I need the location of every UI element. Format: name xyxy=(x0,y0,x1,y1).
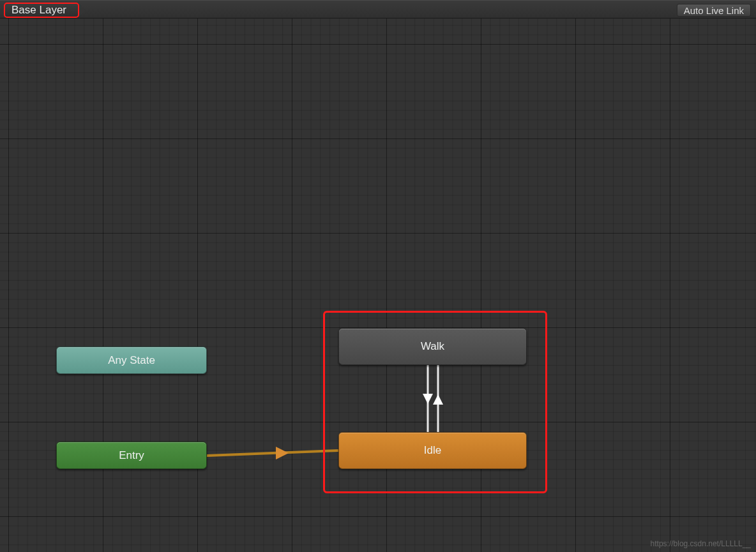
topbar: Base Layer Auto Live Link xyxy=(0,0,756,19)
svg-line-0 xyxy=(207,451,338,456)
state-label: Walk xyxy=(421,340,444,353)
state-label: Any State xyxy=(108,354,155,367)
chevron-right-icon xyxy=(79,4,86,17)
transition-idle-to-walk[interactable] xyxy=(433,365,443,432)
state-label: Idle xyxy=(424,444,441,457)
breadcrumb-base-layer[interactable]: Base Layer xyxy=(4,3,79,18)
animator-window: Base Layer Auto Live Link Any State xyxy=(0,0,756,552)
transition-walk-to-idle[interactable] xyxy=(423,365,433,432)
transition-entry-to-idle[interactable] xyxy=(207,447,338,459)
state-node-any-state[interactable]: Any State xyxy=(56,347,207,374)
svg-marker-1 xyxy=(276,447,289,459)
graph-canvas[interactable]: Any State Entry Walk Idle https://blog.c… xyxy=(0,19,756,552)
svg-marker-3 xyxy=(423,394,433,404)
svg-marker-5 xyxy=(433,394,443,405)
state-label: Entry xyxy=(119,449,144,462)
state-node-walk[interactable]: Walk xyxy=(338,328,527,365)
auto-live-link-button[interactable]: Auto Live Link xyxy=(677,4,751,17)
watermark-text: https://blog.csdn.net/LLLLL__ xyxy=(651,539,751,548)
state-node-idle[interactable]: Idle xyxy=(338,432,527,469)
state-node-entry[interactable]: Entry xyxy=(56,442,207,469)
transitions-layer xyxy=(0,19,756,552)
